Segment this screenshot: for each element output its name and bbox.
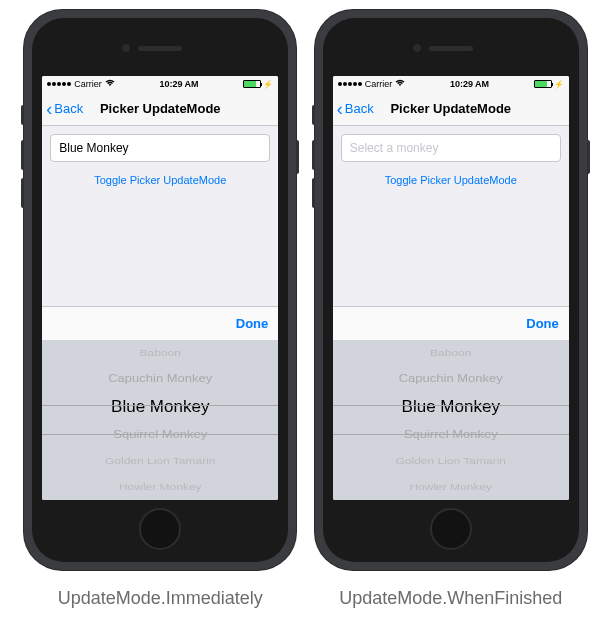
picker-items: Baboon Capuchin Monkey Blue Monkey Squir… bbox=[333, 340, 569, 500]
toggle-updatemode-link[interactable]: Toggle Picker UpdateMode bbox=[341, 174, 561, 186]
picker-item[interactable]: Baboon bbox=[42, 344, 278, 362]
monkey-input[interactable]: Select a monkey bbox=[341, 134, 561, 162]
picker-item[interactable]: Capuchin Monkey bbox=[333, 368, 569, 390]
picker-item[interactable]: Golden Lion Tamarin bbox=[333, 452, 569, 470]
nav-bar: ‹ Back Picker UpdateMode bbox=[42, 92, 278, 126]
caption-left: UpdateMode.Immediately bbox=[58, 588, 263, 609]
phones-container: Carrier 10:29 AM ⚡ ‹ bbox=[0, 10, 611, 609]
page-title: Picker UpdateMode bbox=[100, 101, 221, 116]
signal-icon bbox=[47, 82, 71, 86]
wifi-icon bbox=[105, 79, 115, 89]
status-right: ⚡ bbox=[243, 80, 273, 89]
monkey-input[interactable]: Blue Monkey bbox=[50, 134, 270, 162]
carrier-label: Carrier bbox=[365, 79, 393, 89]
phone-right-column: Carrier 10:29 AM ⚡ ‹ bbox=[315, 10, 587, 609]
back-button[interactable]: ‹ Back bbox=[337, 100, 374, 118]
nav-bar: ‹ Back Picker UpdateMode bbox=[333, 92, 569, 126]
front-camera bbox=[413, 44, 421, 52]
done-button[interactable]: Done bbox=[526, 316, 559, 331]
picker-item[interactable]: Howler Monkey bbox=[42, 478, 278, 496]
volume-down-button bbox=[312, 178, 315, 208]
picker-item[interactable]: Capuchin Monkey bbox=[42, 368, 278, 390]
input-placeholder: Select a monkey bbox=[350, 141, 439, 155]
carrier-label: Carrier bbox=[74, 79, 102, 89]
picker-item[interactable]: Squirrel Monkey bbox=[42, 424, 278, 446]
front-camera bbox=[122, 44, 130, 52]
volume-up-button bbox=[312, 140, 315, 170]
chevron-left-icon: ‹ bbox=[337, 100, 343, 118]
battery-icon bbox=[534, 80, 552, 88]
picker-accessory-bar: Done bbox=[333, 306, 569, 340]
status-left: Carrier bbox=[47, 79, 115, 89]
speaker-grill bbox=[429, 46, 473, 51]
charging-icon: ⚡ bbox=[263, 80, 273, 89]
back-label: Back bbox=[345, 101, 374, 116]
status-bar: Carrier 10:29 AM ⚡ bbox=[333, 76, 569, 92]
toggle-updatemode-link[interactable]: Toggle Picker UpdateMode bbox=[50, 174, 270, 186]
phone-frame-right: Carrier 10:29 AM ⚡ ‹ bbox=[315, 10, 587, 570]
back-button[interactable]: ‹ Back bbox=[46, 100, 83, 118]
home-button[interactable] bbox=[139, 508, 181, 550]
picker-item-selected[interactable]: Blue Monkey bbox=[333, 392, 569, 422]
status-bar: Carrier 10:29 AM ⚡ bbox=[42, 76, 278, 92]
speaker-grill bbox=[138, 46, 182, 51]
phone-inner-left: Carrier 10:29 AM ⚡ ‹ bbox=[32, 18, 288, 562]
wifi-icon bbox=[395, 79, 405, 89]
picker-item[interactable]: Squirrel Monkey bbox=[333, 424, 569, 446]
screen-left: Carrier 10:29 AM ⚡ ‹ bbox=[42, 76, 278, 500]
phone-inner-right: Carrier 10:29 AM ⚡ ‹ bbox=[323, 18, 579, 562]
battery-icon bbox=[243, 80, 261, 88]
chevron-left-icon: ‹ bbox=[46, 100, 52, 118]
picker-item[interactable]: Howler Monkey bbox=[333, 478, 569, 496]
picker-wheel[interactable]: Baboon Capuchin Monkey Blue Monkey Squir… bbox=[42, 340, 278, 500]
content-area: Blue Monkey Toggle Picker UpdateMode bbox=[42, 126, 278, 306]
home-button[interactable] bbox=[430, 508, 472, 550]
picker-item[interactable]: Baboon bbox=[333, 344, 569, 362]
status-time: 10:29 AM bbox=[450, 79, 489, 89]
phone-frame-left: Carrier 10:29 AM ⚡ ‹ bbox=[24, 10, 296, 570]
mute-switch bbox=[21, 105, 24, 125]
picker-items: Baboon Capuchin Monkey Blue Monkey Squir… bbox=[42, 340, 278, 500]
status-right: ⚡ bbox=[534, 80, 564, 89]
status-left: Carrier bbox=[338, 79, 406, 89]
picker-wheel[interactable]: Baboon Capuchin Monkey Blue Monkey Squir… bbox=[333, 340, 569, 500]
picker-item-selected[interactable]: Blue Monkey bbox=[42, 392, 278, 422]
done-button[interactable]: Done bbox=[236, 316, 269, 331]
signal-icon bbox=[338, 82, 362, 86]
picker-item[interactable]: Golden Lion Tamarin bbox=[42, 452, 278, 470]
volume-down-button bbox=[21, 178, 24, 208]
charging-icon: ⚡ bbox=[554, 80, 564, 89]
phone-left-column: Carrier 10:29 AM ⚡ ‹ bbox=[24, 10, 296, 609]
screen-right: Carrier 10:29 AM ⚡ ‹ bbox=[333, 76, 569, 500]
input-value: Blue Monkey bbox=[59, 141, 128, 155]
status-time: 10:29 AM bbox=[159, 79, 198, 89]
volume-up-button bbox=[21, 140, 24, 170]
power-button bbox=[587, 140, 590, 174]
mute-switch bbox=[312, 105, 315, 125]
back-label: Back bbox=[54, 101, 83, 116]
content-area: Select a monkey Toggle Picker UpdateMode bbox=[333, 126, 569, 306]
power-button bbox=[296, 140, 299, 174]
page-title: Picker UpdateMode bbox=[390, 101, 511, 116]
picker-accessory-bar: Done bbox=[42, 306, 278, 340]
caption-right: UpdateMode.WhenFinished bbox=[339, 588, 562, 609]
